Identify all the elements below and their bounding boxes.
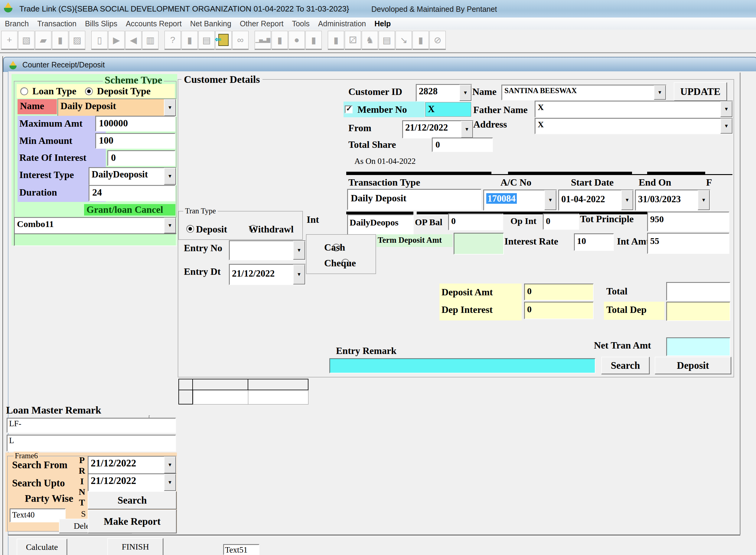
menu-accounts-report[interactable]: Accounts Report — [126, 19, 182, 28]
disabled-icon[interactable]: ⊘ — [429, 31, 446, 49]
finish-button[interactable]: FINISH — [108, 538, 163, 555]
add-icon[interactable]: + — [1, 31, 17, 49]
chevron-down-icon[interactable]: ▼ — [461, 121, 473, 138]
first-record-icon[interactable]: ▯ — [91, 31, 108, 49]
dice-icon[interactable]: ⚂ — [345, 31, 361, 49]
prev-record-icon[interactable]: ◀ — [125, 31, 141, 49]
roi-field[interactable]: 0 — [108, 150, 175, 166]
deposit-amt-field[interactable]: 0 — [524, 284, 594, 300]
search-upto-combo[interactable]: 21/12/2022 ▼ — [88, 473, 177, 492]
total-share-field[interactable]: 0 — [432, 137, 493, 152]
chevron-down-icon[interactable]: ▼ — [459, 85, 471, 101]
chevron-down-icon[interactable]: ▼ — [698, 190, 710, 210]
op-int-field[interactable]: 0 — [543, 213, 579, 230]
net-tran-amt-field[interactable] — [666, 337, 730, 356]
binoculars-icon[interactable]: ∞ — [232, 31, 249, 49]
total-field[interactable] — [666, 282, 730, 301]
duration-field[interactable]: 24 — [89, 185, 175, 201]
chevron-down-icon[interactable]: ▼ — [720, 119, 732, 134]
chevron-down-icon[interactable]: ▼ — [164, 457, 176, 473]
interest-type-combo[interactable]: DailyDeoposit ▼ — [89, 167, 177, 185]
chevron-down-icon[interactable]: ▼ — [164, 99, 176, 116]
scheme-name-combo[interactable]: Daily Deposit ▼ — [57, 98, 177, 117]
tot-principle-field[interactable]: 950 — [647, 212, 729, 231]
loan-remark-field-2[interactable]: L — [7, 435, 176, 452]
scheme-short-field[interactable]: DailyDeopos — [347, 214, 414, 235]
interest-rate-field[interactable]: 10 — [574, 233, 614, 251]
next-record-icon[interactable]: ▶ — [108, 31, 125, 49]
report-icon[interactable]: ▮ — [271, 31, 288, 49]
chevron-down-icon[interactable]: ▼ — [293, 241, 305, 260]
chevron-down-icon[interactable]: ▼ — [164, 474, 176, 491]
print-icon[interactable]: ▤ — [198, 31, 215, 49]
column-icon[interactable]: ▮ — [413, 31, 429, 49]
search-from-combo[interactable]: 21/12/2022 ▼ — [88, 456, 177, 474]
chevron-down-icon[interactable]: ▼ — [621, 190, 633, 210]
txn-type-field[interactable]: Daily Deposit — [347, 189, 481, 210]
circle-icon[interactable]: ● — [289, 31, 305, 49]
end-on-combo[interactable]: 31/03/2023 ▼ — [635, 189, 710, 211]
from-date-combo[interactable]: 21/12/2022 ▼ — [402, 120, 473, 138]
make-report-button[interactable]: Make Report — [88, 510, 177, 533]
document-icon[interactable]: ▮ — [305, 31, 322, 49]
combo11[interactable]: Combo11 ▼ — [14, 217, 177, 234]
save-icon[interactable]: ▮ — [52, 31, 68, 49]
update-button[interactable]: UPDATE — [674, 82, 727, 101]
edit-icon[interactable]: ▧ — [18, 31, 35, 49]
deposit-button[interactable]: Deposit — [655, 357, 731, 374]
sheet-icon[interactable]: ▮ — [328, 31, 344, 49]
machine-icon[interactable]: ♞ — [362, 31, 378, 49]
customer-name-combo[interactable]: SANTINA BEESWAX ▼ — [501, 85, 667, 100]
loan-remark-field-1[interactable]: LF- — [7, 418, 176, 433]
text51-field[interactable]: Text51 — [223, 544, 259, 555]
child-window-header[interactable]: Counter Receipt/Deposit — [3, 57, 756, 72]
int-amt-field[interactable]: 55 — [647, 233, 729, 254]
menu-help[interactable]: Help — [374, 19, 391, 28]
customer-id-combo[interactable]: 2828 ▼ — [416, 84, 472, 101]
chevron-down-icon[interactable]: ▼ — [164, 218, 176, 233]
dep-interest-field[interactable]: 0 — [524, 302, 594, 319]
min-amt-field[interactable]: 100 — [95, 133, 175, 149]
chevron-down-icon[interactable]: ▼ — [164, 168, 176, 185]
op-bal-field[interactable]: 0 — [448, 213, 503, 230]
menu-other-report[interactable]: Other Report — [240, 19, 284, 28]
menu-net-banking[interactable]: Net Banking — [190, 19, 231, 28]
term-deposit-field[interactable] — [454, 233, 504, 255]
grid-icon[interactable]: ▥ — [142, 31, 159, 49]
deposit-radio[interactable] — [186, 225, 194, 233]
loan-type-radio[interactable] — [20, 87, 28, 95]
send-icon[interactable]: ↘ — [395, 31, 412, 49]
menu-transaction[interactable]: Transaction — [37, 19, 77, 28]
chevron-down-icon[interactable]: ▼ — [654, 85, 666, 100]
chart-icon[interactable]: ▁▅▃▇ — [255, 31, 271, 49]
menu-administration[interactable]: Administration — [318, 19, 366, 28]
exit-door-icon[interactable]: ⇐ — [215, 31, 232, 49]
member-no-checkbox[interactable] — [345, 105, 352, 113]
notes-icon[interactable]: ▤ — [379, 31, 395, 49]
frame6-search-button[interactable]: Search — [88, 491, 177, 509]
chevron-down-icon[interactable]: ▼ — [720, 101, 732, 117]
ac-no-combo[interactable]: 170084 ▼ — [483, 189, 557, 211]
member-no-field[interactable]: X — [425, 102, 471, 117]
chevron-down-icon[interactable]: ▼ — [293, 264, 305, 285]
menu-bills-slips[interactable]: Bills Slips — [85, 19, 117, 28]
search-button[interactable]: Search — [601, 357, 649, 374]
tools-icon[interactable]: ▰ — [35, 31, 51, 49]
scheme-status-field[interactable] — [14, 233, 177, 246]
clipboard-icon[interactable]: ▮ — [181, 31, 198, 49]
deposit-type-radio[interactable] — [85, 87, 93, 95]
chevron-down-icon[interactable]: ▼ — [544, 190, 556, 210]
max-amt-field[interactable]: 100000 — [95, 116, 175, 131]
address-combo[interactable]: X ▼ — [535, 118, 733, 134]
entry-remark-field[interactable] — [329, 358, 595, 373]
help-pointer-icon[interactable]: ? — [165, 31, 181, 49]
calculate-button[interactable]: Calculate — [17, 539, 67, 555]
result-grid[interactable] — [178, 379, 308, 404]
entry-no-combo[interactable]: ▼ — [229, 240, 306, 260]
menu-branch[interactable]: Branch — [5, 19, 29, 28]
start-date-combo[interactable]: 01-04-2022 ▼ — [558, 189, 634, 211]
father-name-combo[interactable]: X ▼ — [535, 101, 733, 118]
menu-tools[interactable]: Tools — [292, 19, 309, 28]
total-dep-field[interactable] — [666, 302, 730, 321]
text40-field[interactable]: Text40 — [10, 508, 66, 522]
